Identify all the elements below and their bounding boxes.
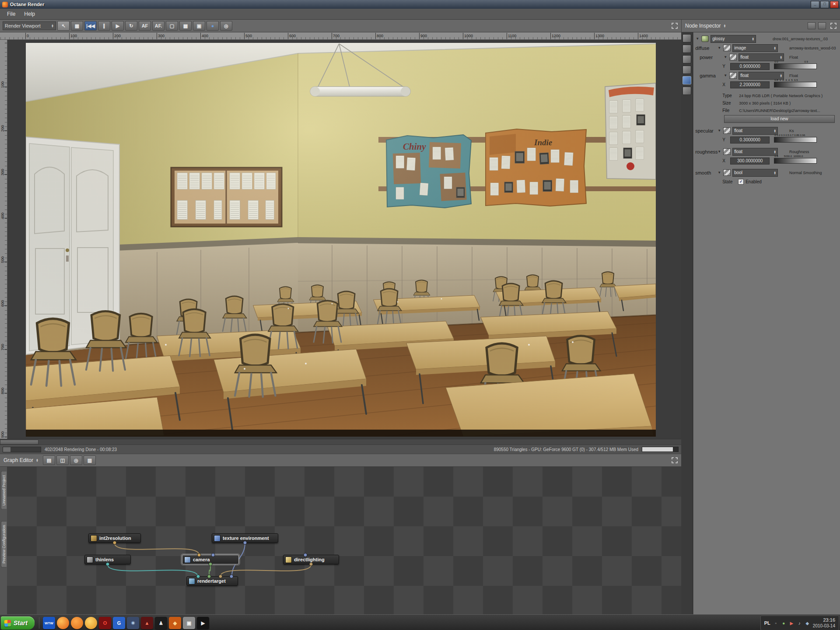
buffer-tab-3[interactable] bbox=[682, 55, 691, 63]
gamma-node-combo[interactable]: float ▲▼ bbox=[738, 72, 784, 80]
region-render-button[interactable]: ▦ bbox=[71, 21, 83, 31]
tray-media-icon[interactable]: ▶ bbox=[788, 620, 795, 626]
detach-panel-icon[interactable] bbox=[808, 22, 816, 29]
node-pin[interactable] bbox=[218, 574, 222, 578]
tab-unnamed-project[interactable]: Unnamed Project bbox=[1, 471, 7, 510]
scrollbar-thumb[interactable] bbox=[0, 440, 38, 444]
expander-smooth-icon[interactable]: ▼ bbox=[717, 171, 721, 175]
graph-filter-button[interactable]: ▥ bbox=[84, 455, 96, 465]
graph-expand-icon[interactable] bbox=[672, 457, 678, 463]
power-value-field[interactable]: 0.9000000 bbox=[730, 63, 770, 70]
play-render-button[interactable]: ▶ bbox=[112, 21, 124, 31]
app-amber-icon[interactable] bbox=[85, 617, 97, 629]
node-pin[interactable] bbox=[209, 562, 213, 566]
network-render-button[interactable]: ◎ bbox=[220, 21, 232, 31]
pause-render-button[interactable]: ∥ bbox=[98, 21, 110, 31]
gamma-value-field[interactable]: 2.2000000 bbox=[730, 81, 770, 88]
wtw-icon[interactable]: WTW bbox=[43, 617, 55, 629]
node-pin[interactable] bbox=[197, 553, 201, 557]
expander-root-icon[interactable]: ▼ bbox=[695, 37, 700, 41]
node-pin[interactable] bbox=[211, 553, 215, 557]
firefox-icon[interactable] bbox=[57, 617, 69, 629]
app-photo-icon[interactable]: ▣ bbox=[183, 617, 195, 629]
start-button[interactable]: Start bbox=[1, 616, 35, 630]
node-pin[interactable] bbox=[106, 562, 110, 566]
app-flame-icon[interactable]: ◆ bbox=[169, 617, 181, 629]
restart-render-button[interactable]: |◀◀ bbox=[84, 21, 97, 31]
white-balance-button[interactable]: ▢ bbox=[166, 21, 178, 31]
node-pin[interactable] bbox=[207, 574, 211, 578]
chrome-icon[interactable]: G bbox=[113, 617, 125, 629]
app-red-icon[interactable]: ▲ bbox=[141, 617, 153, 629]
alpha-checker-button[interactable]: ▩ bbox=[179, 21, 192, 31]
maximize-button[interactable]: □ bbox=[820, 1, 829, 8]
graph-node-camera[interactable]: camera bbox=[182, 555, 239, 564]
node-type-combo[interactable]: glossy ▲▼ bbox=[710, 35, 756, 43]
expander-power-icon[interactable]: ▼ bbox=[723, 55, 728, 59]
inspector-expand-icon[interactable] bbox=[830, 23, 836, 29]
graph-node-textureenvironment[interactable]: texture environment bbox=[212, 533, 278, 543]
menu-file[interactable]: File bbox=[3, 10, 20, 18]
spinner-icon[interactable]: ▲▼ bbox=[51, 24, 54, 28]
duplicate-panel-icon[interactable] bbox=[818, 22, 826, 29]
diffuse-node-combo[interactable]: image ▲▼ bbox=[732, 44, 778, 52]
buffer-tab-6[interactable] bbox=[682, 87, 691, 95]
web-upload-button[interactable]: ● bbox=[206, 21, 219, 31]
close-button[interactable]: ✕ bbox=[830, 1, 839, 8]
af-lock-button[interactable]: AF bbox=[139, 21, 151, 31]
graph-new-button[interactable]: ▤ bbox=[43, 455, 55, 465]
app-orange-icon[interactable] bbox=[71, 617, 83, 629]
pointer-tool-button[interactable]: ↖ bbox=[57, 21, 70, 31]
gamma-slider[interactable]: 0.8 1 2 3 4 5 6.5 bbox=[774, 82, 817, 88]
specular-node-combo[interactable]: float ▲▼ bbox=[732, 127, 778, 135]
smooth-node-combo[interactable]: bool ▲▼ bbox=[732, 169, 778, 177]
tray-usb-icon[interactable]: ◆ bbox=[804, 620, 811, 626]
tray-update-icon[interactable]: ● bbox=[780, 620, 787, 626]
refresh-render-button[interactable]: ↻ bbox=[125, 21, 137, 31]
viewport-scrollbar[interactable] bbox=[0, 439, 681, 444]
title-bar[interactable]: Octane Render _ □ ✕ bbox=[0, 0, 840, 9]
tab-preview-configuration[interactable]: Preview Configuration bbox=[1, 521, 7, 567]
roughness-node-combo[interactable]: float ▲▼ bbox=[732, 148, 778, 156]
node-pin[interactable] bbox=[230, 574, 234, 578]
spinner-icon[interactable]: ▲▼ bbox=[36, 458, 38, 462]
clock[interactable]: 23:16 2010-03-14 bbox=[813, 617, 835, 629]
expander-roughness-icon[interactable]: ▼ bbox=[717, 150, 721, 154]
expander-gamma-icon[interactable]: ▼ bbox=[723, 74, 728, 77]
node-pin[interactable] bbox=[113, 541, 117, 545]
app-media-icon[interactable]: ▶ bbox=[197, 617, 209, 629]
node-pin[interactable] bbox=[243, 541, 247, 545]
viewport-selector[interactable]: Render Viewport ▲▼ bbox=[3, 21, 56, 30]
node-pin[interactable] bbox=[196, 574, 200, 578]
graph-image-button[interactable]: ◫ bbox=[56, 455, 69, 465]
app-figure-icon[interactable]: ♟ bbox=[155, 617, 167, 629]
tray-volume-icon[interactable]: ♪ bbox=[796, 620, 803, 626]
render-area[interactable]: Chiny bbox=[7, 40, 681, 439]
graph-canvas[interactable]: int2resolutiontexture environmentthinlen… bbox=[7, 467, 681, 614]
opera-icon[interactable]: O bbox=[99, 617, 111, 629]
render-image[interactable]: Chiny bbox=[26, 43, 656, 437]
power-node-combo[interactable]: float ▲▼ bbox=[738, 53, 784, 61]
lock-resolution-button[interactable]: ▣ bbox=[193, 21, 205, 31]
graph-node-int2resolution[interactable]: int2resolution bbox=[88, 533, 141, 543]
graph-refresh-button[interactable]: ◎ bbox=[70, 455, 82, 465]
enabled-checkbox[interactable]: ✓ bbox=[738, 179, 744, 185]
load-new-button[interactable]: load new bbox=[724, 115, 835, 123]
af-once-button[interactable]: AF. bbox=[152, 21, 164, 31]
buffer-tab-1[interactable] bbox=[682, 34, 691, 42]
spinner-icon[interactable]: ▲▼ bbox=[723, 24, 726, 28]
tray-network-icon[interactable]: ▫ bbox=[773, 620, 779, 626]
language-indicator[interactable]: PL bbox=[764, 620, 770, 626]
app-snow-icon[interactable]: ✳ bbox=[127, 617, 139, 629]
roughness-slider[interactable]: 0.8 5030.0 10000.0 bbox=[774, 158, 817, 164]
node-pin[interactable] bbox=[304, 553, 308, 557]
graph-node-thinlens[interactable]: thinlens bbox=[84, 555, 131, 564]
expander-diffuse-icon[interactable]: ▼ bbox=[717, 46, 721, 50]
power-slider[interactable]: 0.0 0.9 bbox=[774, 63, 817, 69]
specular-value-field[interactable]: 0.3000000 bbox=[730, 136, 770, 144]
node-pin[interactable] bbox=[309, 562, 313, 566]
roughness-value-field[interactable]: 300.0000000 bbox=[730, 158, 770, 164]
buffer-tab-5[interactable] bbox=[682, 76, 691, 84]
menu-help[interactable]: Help bbox=[20, 10, 39, 18]
viewport-expand-icon[interactable] bbox=[672, 23, 678, 29]
